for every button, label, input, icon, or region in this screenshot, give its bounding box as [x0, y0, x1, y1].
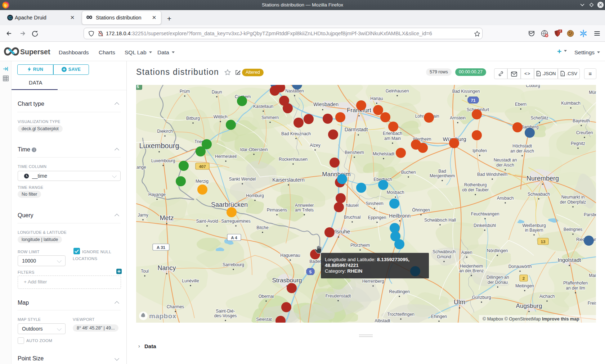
svg-text:Annweiler: Annweiler — [295, 203, 314, 208]
svg-text:Nuremberg: Nuremberg — [526, 175, 559, 182]
svg-text:Wittlich: Wittlich — [214, 114, 228, 119]
svg-text:an der Brenz: an der Brenz — [459, 268, 484, 273]
svg-text:ob der Tauber: ob der Tauber — [462, 187, 489, 192]
svg-text:Simmern: Simmern — [261, 115, 279, 120]
svg-text:Herrenberg: Herrenberg — [362, 279, 384, 284]
svg-text:Hanau: Hanau — [370, 96, 383, 101]
svg-text:Rockenhausen: Rockenhausen — [279, 157, 308, 162]
svg-text:Sarreguemines: Sarreguemines — [221, 219, 250, 224]
svg-text:Merzig: Merzig — [196, 179, 209, 184]
svg-text:48.8859674221: 48.8859674221 — [325, 263, 359, 268]
svg-text:am Main: am Main — [384, 136, 401, 141]
svg-text:Arnstein: Arnstein — [450, 115, 466, 120]
svg-text:Iphofen: Iphofen — [472, 148, 487, 153]
svg-text:Strasbourg: Strasbourg — [272, 277, 302, 284]
svg-text:71: 71 — [471, 98, 476, 103]
svg-text:Heidenheim: Heidenheim — [460, 264, 483, 269]
svg-text:Neumarkt in: Neumarkt in — [561, 195, 585, 200]
svg-text:Münc: Münc — [589, 90, 596, 95]
svg-text:407: 407 — [199, 164, 206, 169]
svg-text:Kulmbach: Kulmbach — [561, 101, 580, 106]
svg-text:Sankt Wendel: Sankt Wendel — [229, 177, 256, 182]
svg-text:Sarrebourg: Sarrebourg — [223, 262, 244, 267]
svg-text:Bad Kissingen: Bad Kissingen — [452, 89, 480, 94]
svg-text:Sélestat: Sélestat — [256, 317, 272, 322]
svg-text:in Bayern: in Bayern — [525, 228, 543, 233]
svg-text:Mosbach: Mosbach — [387, 190, 404, 195]
svg-text:Charmes: Charmes — [167, 304, 184, 309]
svg-text:Erlenbach: Erlenbach — [383, 131, 402, 136]
svg-text:Pirmasens: Pirmasens — [267, 208, 287, 213]
svg-text:Pegnitz: Pegnitz — [571, 141, 585, 146]
svg-text:2: 2 — [559, 29, 561, 33]
svg-text:der Aisch: der Aisch — [496, 163, 514, 168]
svg-text:Nancy: Nancy — [157, 264, 176, 272]
svg-text:A 4: A 4 — [231, 236, 237, 240]
svg-text:der Donau: der Donau — [488, 280, 508, 285]
svg-text:Bruchsal: Bruchsal — [344, 215, 361, 220]
svg-text:Aichach: Aichach — [539, 294, 555, 299]
svg-text:Eppingen: Eppingen — [368, 215, 386, 220]
svg-text:Weißenburg: Weißenburg — [522, 223, 546, 228]
svg-text:Toul: Toul — [141, 269, 149, 274]
svg-text:Dinkelsbühl: Dinkelsbühl — [474, 223, 496, 228]
svg-text:Schwabach: Schwabach — [528, 192, 550, 197]
svg-text:Metz: Metz — [160, 214, 174, 222]
svg-text:der Oberpfalz: der Oberpfalz — [560, 200, 586, 205]
svg-text:Rothenburg: Rothenburg — [464, 182, 487, 187]
svg-text:Nördlingen: Nördlingen — [487, 248, 508, 253]
svg-text:Ingolstadt: Ingolstadt — [557, 257, 581, 263]
svg-text:Öhringen: Öhringen — [412, 208, 430, 213]
svg-text:Saint-Avold: Saint-Avold — [196, 219, 218, 224]
svg-text:Gmünd: Gmünd — [437, 254, 451, 259]
svg-text:an der Ilm: an der Ilm — [566, 286, 585, 291]
svg-text:am Trifels: am Trifels — [295, 208, 314, 213]
svg-text:x: x — [562, 73, 563, 75]
svg-text:Donauwörth: Donauwörth — [508, 264, 532, 269]
svg-text:Feuchtwangen: Feuchtwangen — [471, 211, 499, 217]
svg-text:Ebern: Ebern — [515, 102, 526, 107]
svg-text:Prüm: Prüm — [180, 89, 190, 94]
svg-text:Saint-Dié-: Saint-Dié- — [216, 309, 235, 314]
svg-text:Parsbe: Parsbe — [584, 212, 596, 217]
svg-text:Freis: Freis — [588, 301, 596, 306]
svg-text:Luxembourg: Luxembourg — [151, 158, 175, 163]
svg-text:Kastellaun: Kastellaun — [253, 104, 273, 109]
svg-text:Pfaffenhofen: Pfaffenhofen — [563, 281, 588, 286]
svg-text:Albstadt: Albstadt — [375, 318, 390, 323]
svg-text:Daun: Daun — [212, 90, 222, 95]
svg-text:Sinsheim: Sinsheim — [366, 201, 383, 206]
svg-text:Gelnhausen: Gelnhausen — [386, 88, 409, 94]
svg-text:Mair: Mair — [589, 273, 596, 278]
svg-text:Bad Windsheim: Bad Windsheim — [477, 172, 507, 177]
svg-text:Neustadt an: Neustadt an — [494, 158, 517, 163]
svg-text:Bayreuth: Bayreuth — [573, 118, 590, 123]
svg-text:Alzey: Alzey — [310, 143, 320, 148]
svg-text:Reutlingen: Reutlingen — [389, 289, 409, 294]
svg-text:Longitude and Latitude: 8.1359: Longitude and Latitude: 8.1359273095, — [325, 257, 409, 262]
svg-text:Lunéville: Lunéville — [182, 278, 199, 283]
svg-text:häusel: häusel — [346, 203, 358, 208]
svg-text:2: 2 — [523, 276, 525, 281]
svg-text:Haguenau: Haguenau — [280, 253, 300, 258]
svg-text:Bitburg: Bitburg — [186, 116, 200, 121]
svg-text:Ulm: Ulm — [454, 299, 465, 306]
svg-text:Heilbronn: Heilbronn — [389, 213, 411, 219]
svg-text:Darmstadt: Darmstadt — [345, 127, 368, 132]
svg-text:Homburg: Homburg — [246, 193, 264, 198]
svg-text:A 31: A 31 — [157, 245, 165, 250]
svg-text:Michelstadt: Michelstadt — [373, 151, 395, 156]
svg-text:Schwäbisch Hall: Schwäbisch Hall — [424, 218, 456, 223]
svg-text:Schwäbisch: Schwäbisch — [433, 249, 456, 254]
svg-text:Obernai: Obernai — [259, 294, 274, 299]
svg-text:mapbox: mapbox — [149, 312, 176, 320]
svg-text:5: 5 — [309, 270, 312, 274]
svg-text:Höchstadt: Höchstadt — [512, 144, 532, 149]
svg-text:Mergentheim: Mergentheim — [430, 173, 455, 178]
svg-text:Bitche: Bitche — [256, 225, 269, 230]
svg-text:Category: RHEIN: Category: RHEIN — [325, 268, 362, 274]
svg-text:Hayange: Hayange — [148, 192, 166, 197]
svg-text:Idar-Oberstein: Idar-Oberstein — [240, 147, 268, 152]
svg-text:Ansbach: Ansbach — [497, 196, 514, 201]
svg-text:des-Vosges: des-Vosges — [214, 313, 237, 318]
